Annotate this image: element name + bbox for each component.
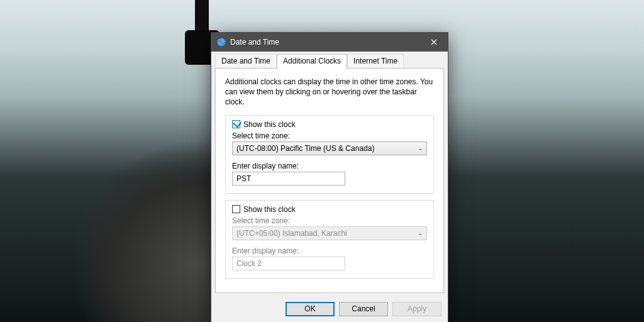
- tab-panel-additional-clocks: Additional clocks can display the time i…: [215, 68, 444, 293]
- intro-text: Additional clocks can display the time i…: [225, 77, 434, 108]
- clock2-timezone-label: Select time zone:: [232, 216, 427, 225]
- clock1-timezone-value: (UTC-08:00) Pacific Time (US & Canada): [236, 144, 374, 153]
- tab-strip: Date and Time Additional Clocks Internet…: [211, 52, 448, 68]
- clock2-displayname-value: Clock 2: [236, 259, 262, 268]
- date-time-icon: [216, 37, 226, 47]
- clock2-show-label: Show this clock: [243, 205, 296, 214]
- tab-date-and-time[interactable]: Date and Time: [215, 54, 277, 68]
- clock2-timezone-select: (UTC+05:00) Islamabad, Karachi ⌄: [232, 226, 427, 240]
- close-button[interactable]: [419, 33, 448, 52]
- date-and-time-dialog: Date and Time Date and Time Additional C…: [211, 32, 448, 322]
- ok-button[interactable]: OK: [286, 302, 335, 316]
- chevron-down-icon: ⌄: [418, 145, 423, 152]
- clock2-displayname-input: Clock 2: [232, 257, 345, 270]
- clock1-displayname-input[interactable]: PST: [232, 172, 345, 186]
- clock2-timezone-value: (UTC+05:00) Islamabad, Karachi: [236, 229, 347, 238]
- clock1-show-label: Show this clock: [243, 120, 296, 129]
- apply-button[interactable]: Apply: [392, 302, 441, 316]
- clock2-group: Show this clock Select time zone: (UTC+0…: [225, 200, 434, 279]
- chevron-down-icon: ⌄: [418, 230, 423, 236]
- clock1-displayname-label: Enter display name:: [232, 162, 427, 170]
- clock1-show-checkbox[interactable]: [232, 120, 240, 128]
- cancel-button[interactable]: Cancel: [339, 302, 388, 316]
- clock1-timezone-select[interactable]: (UTC-08:00) Pacific Time (US & Canada) ⌄: [232, 142, 427, 155]
- titlebar[interactable]: Date and Time: [211, 33, 448, 52]
- dialog-button-row: OK Cancel Apply: [211, 297, 448, 322]
- tab-internet-time[interactable]: Internet Time: [347, 54, 404, 68]
- clock1-group: Show this clock Select time zone: (UTC-0…: [225, 115, 434, 194]
- clock2-show-checkbox[interactable]: [232, 205, 240, 213]
- clock1-displayname-value: PST: [236, 174, 251, 183]
- clock2-displayname-label: Enter display name:: [232, 247, 427, 255]
- window-title: Date and Time: [230, 38, 279, 47]
- clock1-timezone-label: Select time zone:: [232, 131, 427, 140]
- tab-additional-clocks[interactable]: Additional Clocks: [277, 54, 347, 68]
